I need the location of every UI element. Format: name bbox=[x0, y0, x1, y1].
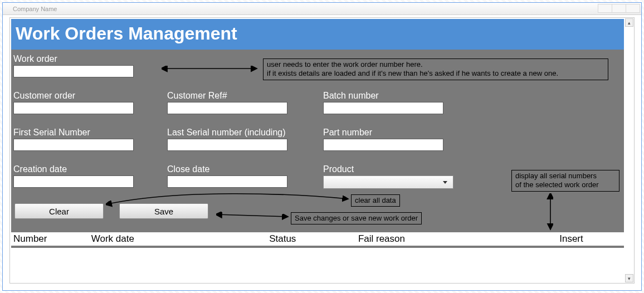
creation-date-input[interactable] bbox=[13, 175, 134, 188]
window-close-button[interactable] bbox=[626, 4, 640, 13]
product-dropdown[interactable] bbox=[323, 175, 453, 189]
last-serial-input[interactable] bbox=[167, 139, 287, 151]
customer-order-label: Customer order bbox=[13, 91, 134, 101]
col-insert: Insert bbox=[557, 233, 624, 245]
window-frame: Company Name ▴ ▾ Work Orders Management … bbox=[2, 2, 642, 291]
clear-annotation: clear all data bbox=[351, 194, 400, 207]
creation-date-label: Creation date bbox=[13, 164, 134, 174]
scroll-down-button[interactable]: ▾ bbox=[625, 274, 633, 282]
close-date-input[interactable] bbox=[167, 175, 287, 188]
first-serial-label: First Serial Number bbox=[13, 128, 134, 138]
titlebar: Company Name bbox=[3, 3, 641, 15]
close-date-label: Close date bbox=[167, 164, 287, 174]
customer-ref-label: Customer Ref# bbox=[167, 91, 287, 101]
batch-number-label: Batch number bbox=[323, 91, 443, 101]
col-number: Number bbox=[11, 233, 89, 245]
col-fail-reason: Fail reason bbox=[356, 233, 557, 245]
scroll-up-button[interactable]: ▴ bbox=[625, 18, 633, 27]
window-maximize-button[interactable] bbox=[612, 4, 626, 13]
window-title: Company Name bbox=[13, 6, 57, 12]
clear-button[interactable]: Clear bbox=[14, 203, 104, 219]
col-status: Status bbox=[267, 233, 356, 245]
table-header: Number Work date Status Fail reason Inse… bbox=[11, 232, 624, 246]
window-minimize-button[interactable] bbox=[598, 4, 612, 13]
form-body: Work order Customer order Customer Ref# … bbox=[11, 50, 624, 248]
part-number-input[interactable] bbox=[323, 139, 443, 151]
customer-order-input[interactable] bbox=[13, 102, 134, 114]
part-number-label: Part number bbox=[323, 128, 443, 138]
save-annotation: Save changes or save new work order bbox=[291, 212, 422, 224]
work-order-input[interactable] bbox=[13, 65, 134, 77]
last-serial-label: Last Serial number (including) bbox=[167, 128, 287, 138]
save-button[interactable]: Save bbox=[119, 203, 208, 219]
work-order-label: Work order bbox=[13, 54, 134, 64]
work-order-annotation: user needs to enter the work order numbe… bbox=[263, 58, 608, 80]
product-label: Product bbox=[323, 164, 453, 174]
customer-ref-input[interactable] bbox=[167, 102, 287, 114]
col-work-date: Work date bbox=[89, 233, 267, 245]
first-serial-input[interactable] bbox=[13, 139, 134, 151]
panel: ▴ ▾ Work Orders Management Work order Cu… bbox=[9, 17, 635, 284]
page-title: Work Orders Management bbox=[11, 19, 624, 50]
serial-display-annotation: display all serial numbers of the select… bbox=[511, 170, 619, 192]
svg-line-1 bbox=[216, 214, 287, 217]
batch-number-input[interactable] bbox=[323, 102, 443, 114]
